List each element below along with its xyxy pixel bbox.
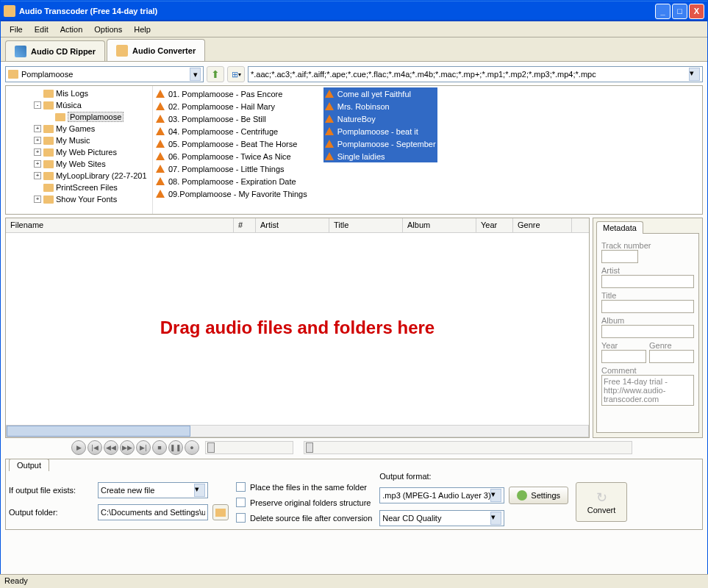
minimize-button[interactable]: _ [655, 4, 671, 19]
file-item[interactable]: 05. Pomplamoose - Beat The Horse [154, 137, 309, 150]
file-list[interactable]: 01. Pomplamoose - Pas Encore02. Pomplamo… [153, 86, 702, 214]
file-item[interactable]: Single laidies [323, 150, 437, 162]
file-item[interactable]: 06. Pomplamoose - Twice As Nice [154, 150, 309, 162]
titlebar: Audio Transcoder (Free 14-day trial) _ □… [1, 1, 707, 21]
tree-item[interactable]: Mis Logs [7, 87, 151, 99]
comment-input[interactable]: Free 14-day trial - http://www.audio-tra… [601, 375, 694, 406]
tree-item[interactable]: -Música [7, 99, 151, 111]
preserve-structure-checkbox[interactable] [236, 498, 246, 507]
menu-file[interactable]: File [4, 23, 29, 36]
browse-folder-button[interactable] [212, 504, 229, 520]
pause-button[interactable]: ❚❚ [168, 440, 183, 455]
file-item[interactable]: 04. Pomplamoose - Centrifuge [154, 125, 309, 137]
vlc-icon [156, 177, 165, 185]
close-button[interactable]: X [689, 4, 704, 19]
folder-icon [43, 148, 54, 157]
vlc-icon [156, 190, 165, 198]
file-item[interactable]: 07. Pomplamoose - Little Things [154, 162, 309, 175]
convert-button[interactable]: ↻ Convert [576, 482, 627, 522]
track-number-input[interactable] [601, 250, 638, 263]
column-header[interactable]: Filename [6, 218, 234, 232]
vlc-icon [156, 90, 165, 98]
horizontal-scrollbar[interactable] [6, 425, 589, 437]
seek-slider[interactable] [304, 441, 632, 454]
tree-item[interactable]: +MyLoopLibrary (22-7-201 [7, 170, 151, 182]
menu-edit[interactable]: Edit [29, 23, 54, 36]
if-exists-combo[interactable]: Create new file▾ [98, 482, 208, 498]
file-item[interactable]: 03. Pomplamoose - Be Still [154, 112, 309, 125]
maximize-button[interactable]: □ [672, 4, 687, 19]
next-button[interactable]: ▶| [136, 440, 151, 455]
column-header[interactable]: Title [329, 218, 403, 232]
vlc-icon [156, 115, 165, 123]
stop-button[interactable]: ■ [152, 440, 167, 455]
column-header[interactable]: Genre [513, 218, 572, 232]
tab-audio-cd-ripper[interactable]: Audio CD Ripper [5, 40, 105, 61]
genre-input[interactable] [649, 350, 694, 363]
folder-tree[interactable]: Mis Logs-MúsicaPomplamoose+My Games+My M… [6, 86, 153, 214]
view-mode-button[interactable]: ⊞▾ [227, 66, 245, 82]
play-button[interactable]: ▶ [71, 440, 86, 455]
tree-item[interactable]: +My Music [7, 135, 151, 146]
menu-help[interactable]: Help [128, 23, 157, 36]
column-header[interactable]: Year [476, 218, 513, 232]
year-input[interactable] [601, 350, 646, 363]
file-item[interactable]: Mrs. Robinson [323, 100, 437, 112]
folder-icon [8, 70, 18, 79]
tree-item[interactable]: +My Web Sites [7, 158, 151, 170]
output-format-combo[interactable]: .mp3 (MPEG-1 Audio Layer 3)▾ [379, 487, 504, 503]
file-item[interactable]: 01. Pomplamoose - Pas Encore [154, 87, 309, 100]
volume-slider[interactable] [205, 441, 293, 454]
file-item[interactable]: Pomplamoose - beat it [323, 125, 437, 137]
same-folder-checkbox[interactable] [236, 482, 246, 492]
vlc-icon [325, 152, 334, 160]
file-item[interactable]: 09.Pomplamoose - My Favorite Things [154, 187, 309, 200]
chevron-down-icon[interactable]: ▾ [689, 68, 700, 81]
file-item[interactable]: NatureBoy [323, 112, 437, 125]
settings-button[interactable]: Settings [509, 487, 568, 504]
tree-item[interactable]: Pomplamoose [7, 111, 151, 123]
folder-icon [43, 137, 54, 145]
filter-combo[interactable]: *.aac;*.ac3;*.aif;*.aiff;*.ape;*.cue;*.f… [248, 66, 703, 82]
menu-action[interactable]: Action [54, 23, 89, 36]
conversion-queue[interactable]: Filename#ArtistTitleAlbumYearGenre Drag … [5, 218, 590, 438]
tree-item[interactable]: +My Games [7, 123, 151, 135]
delete-source-checkbox[interactable] [236, 513, 246, 523]
rewind-button[interactable]: ◀◀ [104, 440, 118, 455]
prev-button[interactable]: |◀ [87, 440, 102, 455]
file-item[interactable]: 02. Pomplamoose - Hail Mary [154, 100, 309, 112]
tree-item[interactable]: +My Web Pictures [7, 146, 151, 158]
up-folder-button[interactable]: ⬆ [207, 66, 224, 82]
output-format-label: Output format: [379, 472, 568, 481]
file-item[interactable]: 08. Pomplamoose - Expiration Date [154, 175, 309, 187]
content-area: Pomplamoose ▾ ⬆ ⊞▾ *.aac;*.ac3;*.aif;*.a… [1, 61, 707, 575]
folder-combo-text: Pomplamoose [21, 70, 190, 79]
gear-icon [517, 490, 527, 501]
column-header[interactable]: Album [403, 218, 476, 232]
file-item[interactable]: Pomplamoose - September [323, 137, 437, 150]
album-input[interactable] [601, 325, 694, 338]
forward-button[interactable]: ▶▶ [120, 440, 135, 455]
column-header[interactable]: Artist [256, 218, 329, 232]
output-folder-input[interactable]: C:\Documents and Settings\upt [98, 504, 208, 520]
column-header[interactable]: # [234, 218, 256, 232]
tree-item[interactable]: +Show Your Fonts [7, 193, 151, 205]
artist-input[interactable] [601, 275, 694, 288]
folder-combo[interactable]: Pomplamoose ▾ [5, 66, 204, 82]
folder-icon [43, 90, 54, 98]
file-item[interactable]: Come all yet Faithful [323, 87, 437, 100]
tree-item[interactable]: PrintScreen Files [7, 182, 151, 193]
metadata-tab[interactable]: Metadata [596, 221, 643, 234]
convert-icon: ↻ [596, 490, 607, 506]
quality-combo[interactable]: Near CD Quality▾ [379, 510, 504, 526]
album-label: Album [601, 316, 694, 325]
output-tab[interactable]: Output [9, 459, 49, 471]
window-title: Audio Transcoder (Free 14-day trial) [19, 7, 655, 15]
title-input[interactable] [601, 300, 694, 313]
menu-options[interactable]: Options [88, 23, 128, 36]
tab-audio-converter[interactable]: Audio Converter [107, 39, 205, 61]
chevron-down-icon[interactable]: ▾ [190, 68, 201, 81]
file-browser: Mis Logs-MúsicaPomplamoose+My Games+My M… [5, 85, 703, 215]
record-button[interactable]: ● [185, 440, 199, 455]
status-bar: Ready [0, 574, 708, 588]
